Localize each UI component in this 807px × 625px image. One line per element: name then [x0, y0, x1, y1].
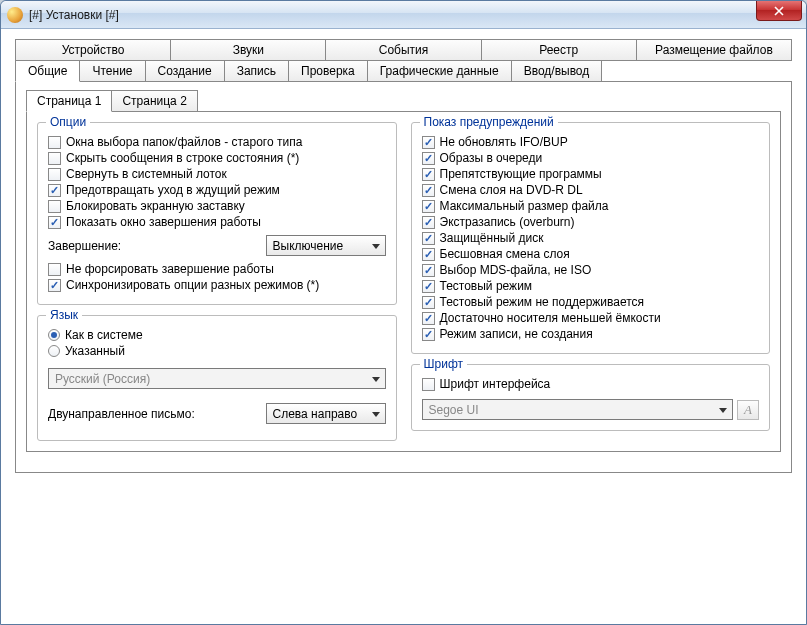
tab-build[interactable]: Создание [146, 60, 225, 82]
option-checkbox-4[interactable] [48, 200, 61, 213]
option-checkbox-1[interactable] [48, 152, 61, 165]
warning-checkbox-6[interactable] [422, 232, 435, 245]
font-picker-button[interactable]: A [737, 400, 759, 420]
warning-label-5: Экстразапись (overburn) [440, 215, 575, 229]
warning-label-9: Тестовый режим [440, 279, 533, 293]
options-title: Опции [46, 115, 90, 129]
bidi-label: Двунаправленное письмо: [48, 407, 195, 421]
tab-row-1: Устройство Звуки События Реестр Размещен… [15, 39, 792, 61]
close-icon [774, 6, 784, 16]
tab-file-locations[interactable]: Размещение файлов [637, 39, 792, 61]
warning-label-7: Бесшовная смена слоя [440, 247, 570, 261]
font-select[interactable]: Segoe UI [422, 399, 734, 420]
tab-read[interactable]: Чтение [80, 60, 145, 82]
warning-checkbox-8[interactable] [422, 264, 435, 277]
tab-general[interactable]: Общие [15, 60, 80, 82]
option-checkbox-5[interactable] [48, 216, 61, 229]
warning-checkbox-10[interactable] [422, 296, 435, 309]
titlebar[interactable]: [#] Установки [#] [1, 1, 806, 29]
warning-label-12: Режим записи, не создания [440, 327, 593, 341]
gui-font-checkbox[interactable] [422, 378, 435, 391]
language-radio-label-0: Как в системе [65, 328, 143, 342]
warning-checkbox-4[interactable] [422, 200, 435, 213]
tab-device[interactable]: Устройство [15, 39, 171, 61]
app-icon [7, 7, 23, 23]
warning-label-4: Максимальный размер файла [440, 199, 609, 213]
warning-label-6: Защищённый диск [440, 231, 544, 245]
option-checkbox-3[interactable] [48, 184, 61, 197]
warning-label-2: Препятствующие программы [440, 167, 602, 181]
warning-checkbox-2[interactable] [422, 168, 435, 181]
settings-window: [#] Установки [#] Устройство Звуки Событ… [0, 0, 807, 625]
warning-checkbox-3[interactable] [422, 184, 435, 197]
tab-registry[interactable]: Реестр [482, 39, 637, 61]
option-label-1: Скрыть сообщения в строке состояния (*) [66, 151, 299, 165]
option-checkbox-2[interactable] [48, 168, 61, 181]
option-label-3: Предотвращать уход в ждущий режим [66, 183, 280, 197]
warning-checkbox-7[interactable] [422, 248, 435, 261]
content-area: Устройство Звуки События Реестр Размещен… [1, 29, 806, 483]
option-label-0: Окна выбора папок/файлов - старого типа [66, 135, 302, 149]
warning-label-8: Выбор MDS-файла, не ISO [440, 263, 592, 277]
option-post-label-0: Не форсировать завершение работы [66, 262, 274, 276]
warning-checkbox-11[interactable] [422, 312, 435, 325]
warning-label-0: Не обновлять IFO/BUP [440, 135, 568, 149]
right-column: Показ предупреждений Не обновлять IFO/BU… [411, 122, 771, 441]
tab-page1[interactable]: Страница 1 [26, 90, 112, 112]
option-post-checkbox-0[interactable] [48, 263, 61, 276]
font-title: Шрифт [420, 357, 467, 371]
option-label-4: Блокировать экранную заставку [66, 199, 245, 213]
close-button[interactable] [756, 1, 802, 21]
shutdown-label: Завершение: [48, 239, 121, 253]
option-post-checkbox-1[interactable] [48, 279, 61, 292]
left-column: Опции Окна выбора папок/файлов - старого… [37, 122, 397, 441]
general-page: Страница 1 Страница 2 Опции Окна выбора … [15, 81, 792, 473]
font-group: Шрифт Шрифт интерфейса Segoe UI A [411, 364, 771, 431]
warning-checkbox-1[interactable] [422, 152, 435, 165]
shutdown-select[interactable]: Выключение [266, 235, 386, 256]
tab-write[interactable]: Запись [225, 60, 289, 82]
warning-checkbox-0[interactable] [422, 136, 435, 149]
language-title: Язык [46, 308, 82, 322]
warning-label-11: Достаточно носителя меньшей ёмкости [440, 311, 661, 325]
warning-checkbox-5[interactable] [422, 216, 435, 229]
option-label-5: Показать окно завершения работы [66, 215, 261, 229]
warnings-title: Показ предупреждений [420, 115, 558, 129]
option-post-label-1: Синхронизировать опции разных режимов (*… [66, 278, 319, 292]
language-group: Язык Как в системеУказанный Русский (Рос… [37, 315, 397, 441]
tab-events[interactable]: События [326, 39, 481, 61]
language-radio-1[interactable] [48, 345, 60, 357]
option-label-2: Свернуть в системный лоток [66, 167, 227, 181]
warnings-group: Показ предупреждений Не обновлять IFO/BU… [411, 122, 771, 354]
options-group: Опции Окна выбора папок/файлов - старого… [37, 122, 397, 305]
tab-verify[interactable]: Проверка [289, 60, 368, 82]
tab-io[interactable]: Ввод/вывод [512, 60, 603, 82]
option-checkbox-0[interactable] [48, 136, 61, 149]
warning-label-1: Образы в очереди [440, 151, 543, 165]
language-select[interactable]: Русский (Россия) [48, 368, 386, 389]
warning-checkbox-9[interactable] [422, 280, 435, 293]
language-radio-label-1: Указанный [65, 344, 125, 358]
language-radio-0[interactable] [48, 329, 60, 341]
window-title: [#] Установки [#] [29, 8, 119, 22]
tab-graph[interactable]: Графические данные [368, 60, 512, 82]
tab-row-2: Общие Чтение Создание Запись Проверка Гр… [15, 60, 792, 82]
warning-label-3: Смена слоя на DVD-R DL [440, 183, 583, 197]
warning-label-10: Тестовый режим не поддерживается [440, 295, 645, 309]
page1-content: Опции Окна выбора папок/файлов - старого… [26, 111, 781, 452]
tab-page2[interactable]: Страница 2 [112, 90, 197, 112]
tab-sounds[interactable]: Звуки [171, 39, 326, 61]
gui-font-label: Шрифт интерфейса [440, 377, 551, 391]
inner-tabs: Страница 1 Страница 2 [26, 90, 781, 112]
warning-checkbox-12[interactable] [422, 328, 435, 341]
bidi-select[interactable]: Слева направо [266, 403, 386, 424]
